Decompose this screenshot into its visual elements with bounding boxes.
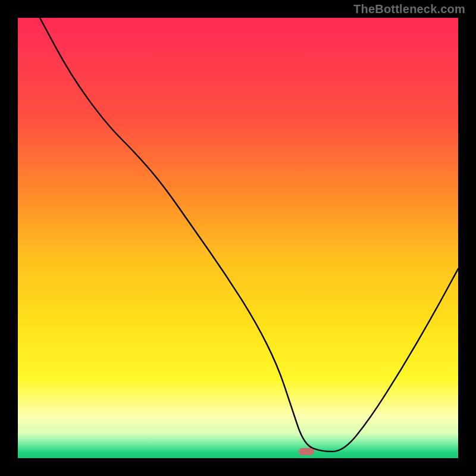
bottleneck-curve — [18, 18, 458, 458]
plot-area — [18, 18, 458, 458]
watermark-text: TheBottleneck.com — [353, 2, 465, 16]
minimum-marker — [299, 448, 314, 455]
chart-frame: TheBottleneck.com — [0, 0, 476, 476]
